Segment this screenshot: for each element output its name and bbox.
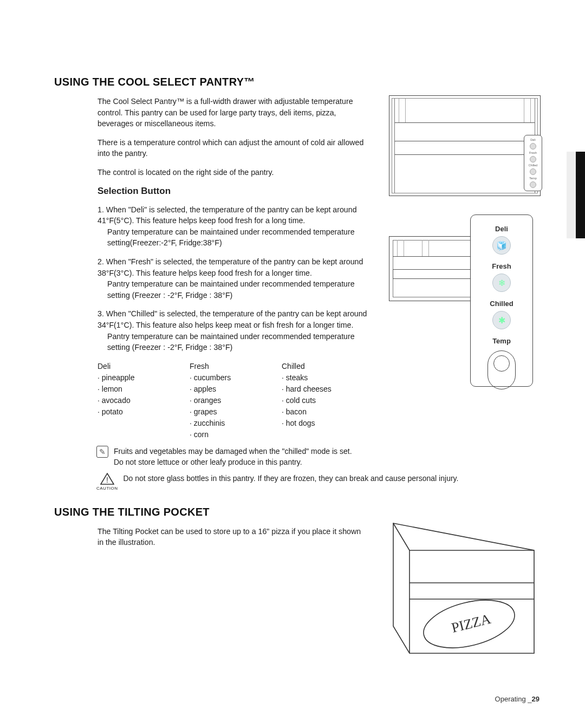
section1-title: USING THE COOL SELECT PANTRY™ bbox=[54, 76, 542, 88]
food-item: · bacon bbox=[282, 406, 341, 418]
deli-icon: 🧊 bbox=[492, 236, 511, 255]
tilting-copy: The Tilting Pocket can be used to store … bbox=[98, 526, 368, 548]
food-item: · grapes bbox=[190, 406, 249, 418]
caution-row: ! CAUTION Do not store glass bottles in … bbox=[96, 473, 530, 492]
pizza-label: PIZZA bbox=[450, 611, 492, 636]
note-line-2: Do not store lettuce or other leafy prod… bbox=[114, 457, 352, 467]
section2-title: USING THE TILTING POCKET bbox=[54, 506, 542, 518]
panel-deli: Deli 🧊 bbox=[492, 225, 511, 255]
chilled-icon: ✱ bbox=[492, 311, 511, 329]
food-col-deli: Deli · pineapple · lemon · avocado · pot… bbox=[98, 361, 157, 440]
food-col-fresh: Fresh · cucumbers · apples · oranges · g… bbox=[190, 361, 249, 440]
intro-para-3: The control is located on the right side… bbox=[98, 167, 374, 178]
food-item: · oranges bbox=[190, 395, 249, 406]
caution-label: CAUTION bbox=[96, 485, 118, 492]
food-item: · pineapple bbox=[98, 372, 157, 384]
food-col-header: Chilled bbox=[282, 361, 341, 372]
item2-cont: Pantry temperature can be maintained und… bbox=[98, 278, 379, 301]
panel-deli-label: Deli bbox=[495, 225, 508, 233]
panel-chilled: Chilled ✱ bbox=[490, 300, 513, 329]
intro-para-2: There is a temperature control which can… bbox=[98, 137, 374, 159]
food-item: · cucumbers bbox=[190, 372, 249, 384]
svg-text:!: ! bbox=[106, 476, 108, 484]
food-item: · hard cheeses bbox=[282, 384, 341, 395]
panel-fresh: Fresh ❄ bbox=[492, 262, 511, 292]
food-item: · lemon bbox=[98, 384, 157, 395]
selection-button-list: 1. When "Deli" is selected, the temperat… bbox=[98, 204, 379, 353]
mini-control-panel-illustration: Deli Fresh Chilled Temp bbox=[524, 135, 542, 191]
pantry-overview-illustration: Deli Fresh Chilled Temp bbox=[389, 95, 541, 196]
food-col-header: Deli bbox=[98, 361, 157, 372]
note-chilled-damage: ✎ Fruits and vegetables may be damaged w… bbox=[96, 446, 530, 468]
note-icon: ✎ bbox=[96, 446, 108, 458]
item1-cont: Pantry temperature can be maintained und… bbox=[98, 226, 379, 249]
food-item: · hot dogs bbox=[282, 418, 341, 429]
note-line-1: Fruits and vegetables may be damaged whe… bbox=[114, 446, 352, 457]
food-item: · zucchinis bbox=[190, 418, 249, 429]
list-item: 2. When "Fresh" is selected, the tempera… bbox=[98, 256, 379, 301]
food-col-chilled: Chilled · steaks · hard cheeses · cold c… bbox=[282, 361, 341, 440]
item2-main: 2. When "Fresh" is selected, the tempera… bbox=[98, 257, 363, 277]
tilting-pocket-illustration: PIZZA bbox=[377, 518, 540, 659]
control-panel-illustration: Deli 🧊 Fresh ❄ Chilled ✱ Temp bbox=[389, 214, 541, 388]
list-item: 1. When "Deli" is selected, the temperat… bbox=[98, 204, 379, 249]
food-item: · steaks bbox=[282, 372, 341, 384]
fresh-icon: ❄ bbox=[492, 274, 511, 292]
food-item: · corn bbox=[190, 429, 249, 440]
item3-cont: Pantry temperature can be maintained und… bbox=[98, 331, 379, 353]
panel-temp: Temp bbox=[487, 337, 516, 389]
food-item: · avocado bbox=[98, 395, 157, 406]
footer-page-number: 29 bbox=[532, 695, 540, 703]
list-item: 3. When "Chilled" is selected, the tempe… bbox=[98, 308, 379, 353]
panel-chilled-label: Chilled bbox=[490, 300, 513, 308]
panel-temp-label: Temp bbox=[492, 337, 511, 345]
page-footer: Operating _29 bbox=[495, 695, 540, 703]
food-item: · potato bbox=[98, 406, 157, 418]
footer-text: Operating _ bbox=[495, 695, 532, 703]
item1-main: 1. When "Deli" is selected, the temperat… bbox=[98, 205, 357, 225]
intro-para-1: The Cool Select Pantry™ is a full-width … bbox=[98, 96, 374, 129]
caution-icon: ! CAUTION bbox=[96, 473, 118, 492]
item3-main: 3. When "Chilled" is selected, the tempe… bbox=[98, 309, 367, 329]
food-col-header: Fresh bbox=[190, 361, 249, 372]
caution-text: Do not store glass bottles in this pantr… bbox=[123, 473, 459, 484]
temp-knob-icon bbox=[487, 350, 516, 389]
food-item: · cold cuts bbox=[282, 395, 341, 406]
panel-fresh-label: Fresh bbox=[492, 262, 511, 270]
side-tab-label: 02 OPERATING bbox=[575, 162, 582, 212]
food-item: · apples bbox=[190, 384, 249, 395]
